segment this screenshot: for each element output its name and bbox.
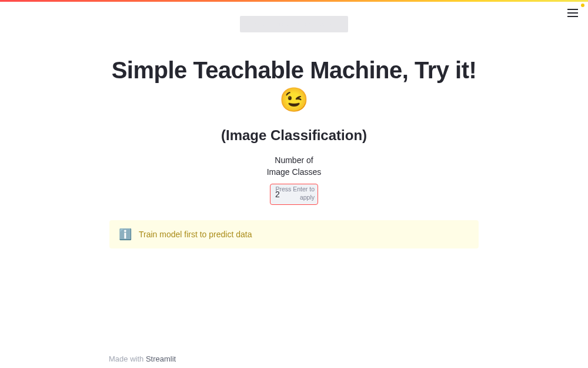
num-classes-input[interactable]	[270, 184, 318, 205]
info-text: Train model first to predict data	[139, 230, 252, 239]
footer-brand-link[interactable]: Streamlit	[146, 354, 176, 363]
page-title: Simple Teachable Machine, Try it! 😉	[109, 55, 479, 114]
num-classes-label: Number of Image Classes	[109, 154, 479, 178]
num-classes-input-wrap: Press Enter to apply	[270, 184, 318, 205]
page-content: Simple Teachable Machine, Try it! 😉 (Ima…	[0, 0, 588, 368]
info-box: ℹ️ Train model first to predict data	[109, 220, 479, 248]
footer-madewith: Made with	[109, 354, 146, 363]
page-subtitle: (Image Classification)	[109, 127, 479, 144]
info-icon: ℹ️	[119, 228, 132, 241]
main-column: Simple Teachable Machine, Try it! 😉 (Ima…	[109, 55, 479, 248]
footer: Made with Streamlit	[109, 354, 176, 363]
